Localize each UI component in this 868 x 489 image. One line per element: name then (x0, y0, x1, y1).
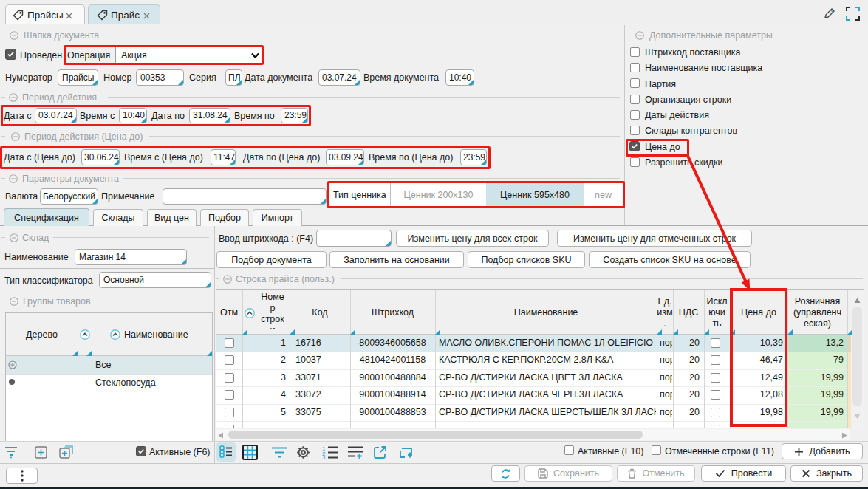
svg-text:3: 3 (322, 454, 326, 459)
